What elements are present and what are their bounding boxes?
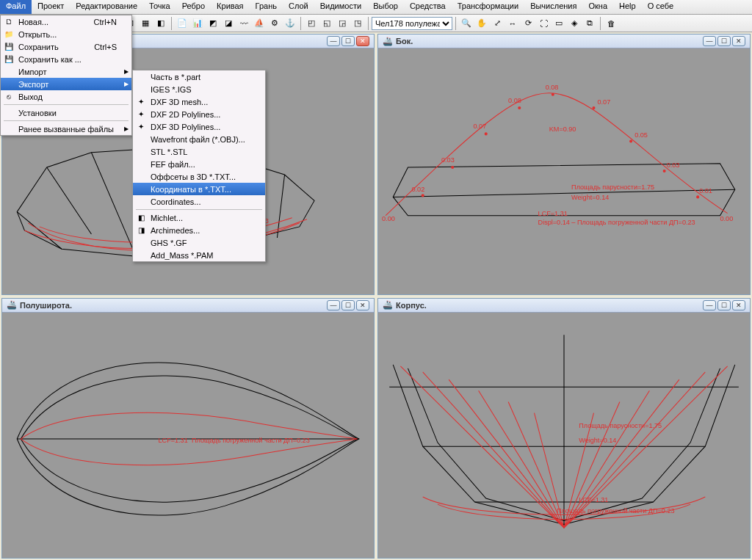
ship-icon: 🚢 [7,300,17,310]
tb-chart[interactable]: 📊 [190,16,205,31]
tb-doc[interactable]: 📄 [175,16,189,31]
ship-icon: 🚢 [383,300,393,310]
svg-point-11 [592,106,595,109]
tb-sel1[interactable]: ▭ [552,16,566,31]
tb-hull[interactable]: ⛵ [252,16,267,31]
window-minimize[interactable]: — [327,36,340,46]
tb-view1[interactable]: ◰ [304,16,319,31]
menu-tools[interactable]: Средства [404,0,452,14]
svg-text:0.07: 0.07 [474,123,487,130]
menu-item[interactable]: 📁Открыть... [1,28,131,40]
tb-view4[interactable]: ◳ [350,16,365,31]
svg-point-17 [696,195,699,198]
svg-text:Площадь парусности=1.75: Площадь парусности=1.75 [579,421,662,429]
menu-item[interactable]: Часть в *.part [133,70,265,83]
window-minimize[interactable]: — [703,36,716,46]
svg-text:0.03: 0.03 [667,161,680,169]
tb-scale[interactable]: ⛶ [536,16,551,31]
menu-item[interactable]: 💾Сохранить как ... [1,53,131,65]
window-maximize[interactable]: ☐ [341,36,355,46]
tb-grid2[interactable]: ▦ [138,16,153,31]
window-close[interactable]: ✕ [356,300,369,310]
menu-item[interactable]: ✦DXF 3D mesh... [133,95,265,108]
svg-text:0.03: 0.03 [441,156,455,164]
window-close[interactable]: ✕ [732,300,745,310]
menu-visibility[interactable]: Видимости [314,0,367,14]
menu-item[interactable]: Экспорт▶ [1,78,131,90]
menu-item[interactable]: Coordinates... [133,195,265,208]
menu-item[interactable]: STL *.STL [133,145,265,158]
window-close[interactable]: ✕ [732,36,745,46]
menu-item[interactable]: Add_Mass *.PAM [133,249,265,261]
menu-file[interactable]: Файл [0,0,32,14]
viewport-side: 🚢 Бок. — ☐ ✕ 0.02 0.03 0.07 0.08 0.08 0.… [377,34,751,295]
menu-calc[interactable]: Вычисления [524,0,582,14]
layer-combo[interactable]: Чел178 полулежа [372,17,452,30]
vp-title: Полуширота. [20,301,72,310]
svg-text:0.00: 0.00 [720,215,734,222]
tb-curve[interactable]: 〰 [236,16,251,31]
svg-text:Weight=0.14: Weight=0.14 [571,194,609,201]
tb-zoom[interactable]: 🔍 [459,16,474,31]
menu-item[interactable]: ◨Archimedes... [133,224,265,236]
menu-item[interactable]: Ранее вызванные файлы▶ [1,123,131,135]
menu-curve[interactable]: Кривая [211,0,249,14]
menu-layer[interactable]: Слой [283,0,314,14]
menu-edge[interactable]: Ребро [176,0,211,14]
menu-select[interactable]: Выбор [367,0,404,14]
menu-help[interactable]: Help [613,0,642,14]
tb-delete[interactable]: 🗑 [604,16,618,31]
menu-item[interactable]: IGES *.IGS [133,83,265,95]
svg-point-3 [451,166,454,169]
tb-pan[interactable]: ✋ [474,16,489,31]
menu-item[interactable]: Импорт▶ [1,65,131,78]
tb-rot[interactable]: ⟳ [521,16,535,31]
export-submenu: Часть в *.partIGES *.IGS✦DXF 3D mesh...✦… [132,70,266,262]
window-maximize[interactable]: ☐ [717,36,731,46]
svg-text:Displ=0.14 – Площадь погруженн: Displ=0.14 – Площадь погруженной части Д… [538,219,695,226]
tb-move[interactable]: ↔ [505,16,520,31]
tb-view2[interactable]: ◱ [319,16,334,31]
window-close[interactable]: ✕ [356,36,369,46]
window-maximize[interactable]: ☐ [717,300,731,310]
tb-calc3[interactable]: ⚓ [283,16,297,31]
menu-about[interactable]: О себе [642,0,679,14]
svg-point-1 [422,194,424,197]
svg-text:0.08: 0.08 [546,84,559,91]
tb-fit[interactable]: ⤢ [490,16,505,31]
menu-item[interactable]: Координаты в *.TXT... [133,183,265,195]
menu-project[interactable]: Проект [32,0,70,14]
menu-item[interactable]: Оффсеты в 3D *.TXT... [133,170,265,183]
menu-point[interactable]: Точка [143,0,176,14]
file-menu: 🗋Новая...Ctrl+N📁Открыть...💾СохранитьCtrl… [0,15,132,136]
menu-item[interactable]: Установки [1,106,131,119]
tb-sel2[interactable]: ◈ [567,16,582,31]
viewport-halfbreadth: 🚢 Полуширота. — ☐ ✕ LCF=1.31 Площадь пог… [1,298,375,559]
menu-face[interactable]: Грань [250,0,283,14]
window-maximize[interactable]: ☐ [341,300,355,310]
menu-item[interactable]: FEF файл... [133,158,265,170]
menu-item[interactable]: ◧Michlet... [133,211,265,224]
tb-mesh2[interactable]: ◪ [221,16,236,31]
tb-layers[interactable]: ◧ [153,16,168,31]
tb-calc2[interactable]: ⚙ [267,16,282,31]
vp-title: Корпус. [396,301,427,310]
svg-text:LCF=1.31: LCF=1.31 [159,437,188,444]
menu-item[interactable]: ✦DXF 2D Polylines... [133,108,265,120]
menu-item[interactable]: 🗋Новая...Ctrl+N [1,15,131,28]
menu-item[interactable]: GHS *.GF [133,236,265,249]
window-minimize[interactable]: — [703,300,716,310]
menu-transform[interactable]: Трансформации [452,0,524,14]
menu-edit[interactable]: Редактирование [70,0,143,14]
vp-title: Бок. [396,37,413,46]
window-minimize[interactable]: — [327,300,340,310]
tb-view3[interactable]: ◲ [335,16,350,31]
tb-mesh1[interactable]: ◩ [206,16,220,31]
menu-windows[interactable]: Окна [582,0,613,14]
menu-item[interactable]: 💾СохранитьCtrl+S [1,40,131,53]
menu-item[interactable]: ✦DXF 3D Polylines... [133,120,265,133]
tb-mirror[interactable]: ⧉ [582,16,597,31]
menu-item[interactable]: ⎋Выход [1,90,131,103]
menu-item[interactable]: Wavefront файл (*.OBJ)... [133,133,265,145]
ship-icon: 🚢 [383,37,393,46]
